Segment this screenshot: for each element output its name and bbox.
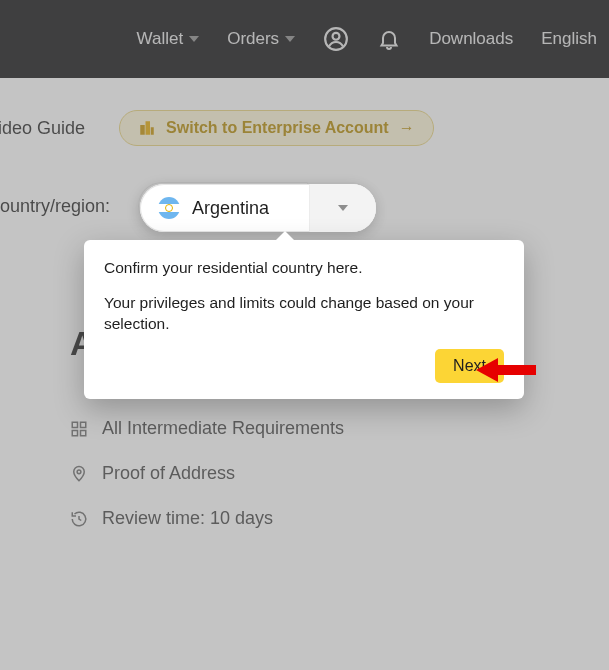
confirm-country-popover: Confirm your residential country here. Y…	[84, 240, 524, 399]
chevron-down-icon	[338, 205, 348, 211]
popover-line1: Confirm your residential country here.	[104, 258, 504, 279]
country-selector-dropdown[interactable]	[310, 184, 376, 232]
popover-line2: Your privileges and limits could change …	[104, 293, 504, 335]
country-selector-main[interactable]: Argentina	[140, 184, 310, 232]
country-selector[interactable]: Argentina	[140, 184, 376, 232]
country-selector-value: Argentina	[192, 198, 269, 219]
annotation-arrow-icon	[476, 358, 536, 382]
argentina-flag-icon	[158, 197, 180, 219]
